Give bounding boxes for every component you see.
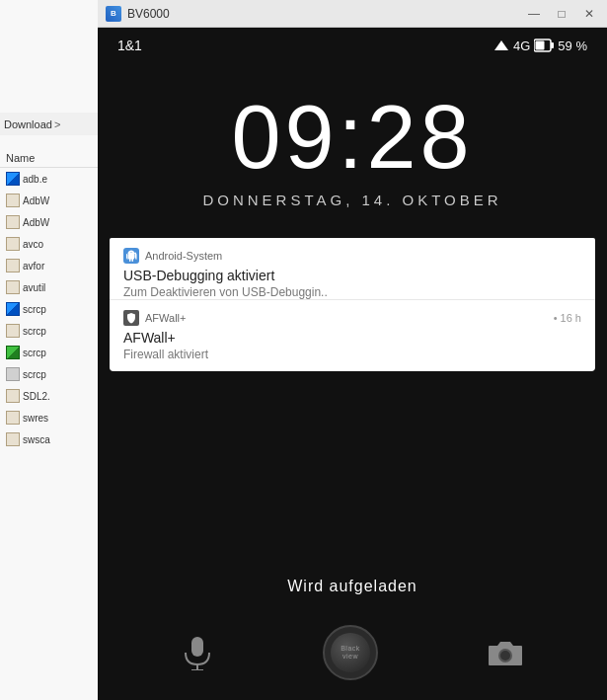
file-icon	[6, 215, 20, 229]
left-panel: Download > Name adb.eAdbWAdbWavcoavforav…	[0, 0, 99, 700]
file-name: AdbW	[23, 195, 49, 206]
phone-window: B BV6000 — □ ✕ 1&1 4G	[98, 0, 607, 700]
file-icon	[6, 259, 20, 272]
close-button[interactable]: ✕	[579, 4, 599, 24]
name-column-label: Name	[6, 152, 35, 164]
file-name: avco	[23, 239, 43, 250]
android-system-label: Android-System	[145, 250, 222, 262]
maximize-button[interactable]: □	[552, 4, 571, 24]
status-bar: 1&1 4G 59 %	[98, 28, 607, 63]
android-icon	[125, 250, 137, 262]
afwall-notif-title: AFWall+	[123, 330, 581, 346]
file-icon	[6, 324, 20, 338]
svg-marker-0	[494, 40, 508, 50]
signal-icon	[493, 39, 509, 52]
camera-button[interactable]	[488, 638, 523, 667]
afwall-label: AFWall+	[145, 312, 186, 324]
window-title: BV6000	[127, 7, 524, 21]
file-name: swres	[23, 413, 48, 424]
file-name: SDL2.	[23, 391, 50, 402]
camera-icon	[488, 638, 523, 667]
carrier-label: 1&1	[117, 38, 142, 53]
file-name: scrcp	[23, 348, 46, 358]
file-column-header: Name	[0, 148, 99, 168]
mic-button[interactable]	[182, 635, 213, 670]
file-icon	[6, 237, 20, 251]
list-item[interactable]: avco	[0, 233, 99, 255]
afwall-notif-body: Firewall aktiviert	[123, 348, 581, 361]
breadcrumb-arrow: >	[54, 118, 60, 130]
list-item[interactable]: AdbW	[0, 211, 99, 233]
network-type: 4G	[513, 39, 530, 53]
status-indicators: 4G 59 %	[493, 39, 587, 53]
list-item[interactable]: adb.e	[0, 168, 99, 190]
bottom-area: Wird aufgeladen Blackview	[98, 372, 607, 700]
file-icon	[6, 432, 20, 446]
file-name: avutil	[23, 282, 45, 293]
breadcrumb[interactable]: Download >	[0, 113, 99, 135]
battery-percentage: 59 %	[558, 39, 587, 53]
list-item[interactable]: scrcp	[0, 342, 99, 363]
file-name: adb.e	[23, 174, 47, 185]
file-icon	[6, 389, 20, 403]
file-icon	[6, 280, 20, 294]
android-system-icon	[123, 248, 139, 264]
svg-rect-3	[536, 41, 545, 50]
list-item[interactable]: scrcp	[0, 298, 99, 320]
home-button-inner: Blackview	[331, 633, 370, 672]
bottom-bar: Blackview	[98, 625, 607, 680]
usb-notif-title: USB-Debugging aktiviert	[123, 268, 581, 283]
file-icon	[6, 302, 20, 316]
list-item[interactable]: avutil	[0, 276, 99, 298]
mic-icon	[182, 635, 213, 670]
notif-header-afwall: AFWall+ • 16 h	[123, 310, 581, 326]
svg-point-8	[500, 651, 510, 661]
file-name: scrcp	[23, 369, 46, 380]
file-icon	[6, 411, 20, 425]
list-item[interactable]: scrcp	[0, 320, 99, 342]
usb-notif-body: Zum Deaktivieren von USB-Debuggin..	[123, 285, 581, 299]
clock-time: 09:28	[231, 93, 473, 182]
home-brand-label: Blackview	[341, 645, 360, 660]
phone-screen: 1&1 4G 59 % 09:28 DONNERSTAG, 14. OKTOBE…	[98, 28, 607, 700]
list-item[interactable]: swres	[0, 407, 99, 428]
afwall-time: • 16 h	[554, 312, 581, 324]
svg-rect-2	[551, 42, 554, 48]
list-item[interactable]: avfor	[0, 255, 99, 276]
notification-usb[interactable]: Android-System USB-Debugging aktiviert Z…	[110, 238, 595, 371]
charging-text: Wird aufgeladen	[287, 578, 417, 595]
notif-header-android: Android-System	[123, 248, 581, 264]
file-name: AdbW	[23, 217, 49, 228]
home-button[interactable]: Blackview	[323, 625, 378, 680]
shield-icon	[125, 312, 137, 324]
breadcrumb-label: Download	[4, 118, 52, 130]
clock-date: DONNERSTAG, 14. OKTOBER	[202, 192, 501, 208]
list-item[interactable]: scrcp	[0, 363, 99, 385]
file-list: adb.eAdbWAdbWavcoavforavutilscrcpscrcpsc…	[0, 168, 99, 642]
afwall-icon	[123, 310, 139, 326]
list-item[interactable]: swsca	[0, 428, 99, 450]
list-item[interactable]: AdbW	[0, 190, 99, 211]
clock-area: 09:28 DONNERSTAG, 14. OKTOBER	[98, 63, 607, 208]
notifications-area: Android-System USB-Debugging aktiviert Z…	[110, 238, 595, 372]
file-name: scrcp	[23, 304, 46, 315]
file-name: scrcp	[23, 326, 46, 337]
file-name: avfor	[23, 261, 44, 272]
window-controls: — □ ✕	[524, 4, 599, 24]
battery-icon	[534, 39, 554, 52]
file-name: swsca	[23, 434, 50, 445]
minimize-button[interactable]: —	[524, 4, 544, 24]
app-icon: B	[106, 6, 121, 22]
file-icon	[6, 367, 20, 381]
file-icon	[6, 172, 20, 186]
file-icon	[6, 194, 20, 207]
list-item[interactable]: SDL2.	[0, 385, 99, 407]
file-icon	[6, 346, 20, 359]
svg-rect-4	[191, 637, 203, 657]
title-bar: B BV6000 — □ ✕	[98, 0, 607, 28]
